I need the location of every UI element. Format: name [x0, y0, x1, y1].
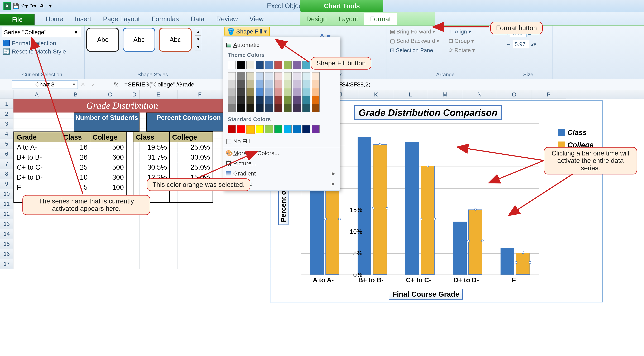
color-swatch[interactable] [274, 88, 282, 96]
row-header-1[interactable]: 1 [0, 99, 14, 109]
shape-style-3[interactable]: Abc [159, 28, 192, 52]
col-header-E[interactable]: E [140, 90, 178, 99]
qat-more-icon[interactable]: ▾ [46, 2, 54, 10]
row-header-9[interactable]: 9 [0, 179, 14, 189]
tab-insert[interactable]: Insert [69, 13, 97, 25]
style-scroll-down-icon[interactable]: ▾ [195, 36, 201, 43]
tab-review[interactable]: Review [210, 13, 244, 25]
color-swatch[interactable] [302, 88, 310, 96]
legend-item-class[interactable]: Class [558, 128, 594, 137]
color-swatch[interactable] [256, 72, 264, 80]
color-swatch[interactable] [284, 96, 292, 104]
col-header-F[interactable]: F [178, 90, 222, 99]
color-swatch[interactable] [265, 96, 273, 104]
tab-view[interactable]: View [244, 13, 270, 25]
col-header-P[interactable]: P [532, 90, 566, 99]
color-swatch[interactable] [293, 88, 301, 96]
col-header-N[interactable]: N [462, 90, 497, 99]
cell-C15[interactable] [91, 239, 129, 249]
fx-icon[interactable]: fx [109, 81, 122, 88]
color-swatch[interactable] [256, 104, 264, 112]
cell-G16[interactable] [222, 249, 257, 259]
color-swatch[interactable] [302, 125, 310, 133]
no-fill[interactable]: No Fill [223, 136, 340, 146]
reset-to-match-style-button[interactable]: 🔄Reset to Match Style [2, 47, 83, 55]
row-header-8[interactable]: 8 [0, 169, 14, 179]
cell-D13[interactable] [129, 219, 140, 229]
color-swatch[interactable] [256, 88, 264, 96]
cell-F14[interactable] [178, 229, 222, 239]
bar-college-3[interactable] [468, 210, 482, 275]
formula-input[interactable]: =SERIES("College",'Gradeibution'!$F$4:$F… [122, 81, 644, 88]
col-header-A[interactable]: A [14, 90, 60, 99]
color-swatch[interactable] [265, 104, 273, 112]
color-swatch[interactable] [237, 80, 245, 88]
row-header-17[interactable]: 17 [0, 259, 14, 269]
cell-D17[interactable] [129, 259, 140, 269]
color-swatch[interactable] [274, 96, 282, 104]
color-swatch[interactable] [293, 80, 301, 88]
color-swatch[interactable] [246, 88, 254, 96]
color-swatch[interactable] [274, 125, 282, 133]
row-header-16[interactable]: 16 [0, 249, 14, 259]
cell-F12[interactable] [178, 209, 222, 219]
cancel-formula-icon[interactable]: ✕ [81, 81, 85, 87]
shape-style-1[interactable]: Abc [86, 28, 119, 52]
bar-college-2[interactable] [421, 166, 434, 275]
color-swatch[interactable] [302, 61, 310, 69]
send-backward-button[interactable]: ▢ Send Backward ▾ [388, 36, 444, 45]
color-swatch[interactable] [274, 80, 282, 88]
cell-C16[interactable] [91, 249, 129, 259]
file-tab[interactable]: File [0, 14, 34, 25]
fill-picture[interactable]: 🖼Picture... [223, 158, 340, 168]
row-header-11[interactable]: 11 [0, 199, 14, 209]
cell-G17[interactable] [222, 259, 257, 269]
row-header-6[interactable]: 6 [0, 149, 14, 159]
color-swatch[interactable] [312, 88, 320, 96]
row-header-13[interactable]: 13 [0, 219, 14, 229]
shape-fill-button[interactable]: 🪣 Shape Fill ▾ [224, 26, 270, 36]
cell-B15[interactable] [60, 239, 91, 249]
color-swatch[interactable] [284, 61, 292, 69]
cell-A14[interactable] [14, 229, 60, 239]
cell-G15[interactable] [222, 239, 257, 249]
color-swatch[interactable] [256, 80, 264, 88]
shape-width-input[interactable]: ↔5.97"▴▾ [506, 40, 550, 48]
color-swatch[interactable] [237, 125, 245, 133]
color-swatch[interactable] [246, 104, 254, 112]
cell-F13[interactable] [178, 219, 222, 229]
cell-B16[interactable] [60, 249, 91, 259]
row-header-2[interactable]: 2 [0, 109, 14, 119]
rotate-button[interactable]: ⟳ Rotate ▾ [447, 46, 502, 54]
row-header-15[interactable]: 15 [0, 239, 14, 249]
color-swatch[interactable] [228, 125, 236, 133]
cell-D14[interactable] [129, 229, 140, 239]
color-swatch[interactable] [293, 72, 301, 80]
tab-layout[interactable]: Layout [332, 13, 364, 25]
color-swatch[interactable] [228, 61, 236, 69]
cell-G11[interactable] [222, 199, 257, 209]
name-box[interactable]: Chart 3 [12, 80, 78, 89]
color-swatch[interactable] [302, 72, 310, 80]
cell-C17[interactable] [91, 259, 129, 269]
color-swatch[interactable] [237, 104, 245, 112]
color-swatch[interactable] [237, 61, 245, 69]
shape-style-2[interactable]: Abc [122, 28, 156, 52]
cell-D16[interactable] [129, 249, 140, 259]
tab-design[interactable]: Design [300, 13, 332, 25]
color-swatch[interactable] [237, 72, 245, 80]
cell-A17[interactable] [14, 259, 60, 269]
cell-G12[interactable] [222, 209, 257, 219]
cell-E14[interactable] [140, 229, 178, 239]
select-all-corner[interactable] [0, 90, 14, 99]
cell-C14[interactable] [91, 229, 129, 239]
more-fill-colors[interactable]: 🎨More Fill Colors... [223, 148, 340, 158]
row-header-14[interactable]: 14 [0, 229, 14, 239]
color-swatch[interactable] [228, 96, 236, 104]
color-swatch[interactable] [228, 72, 236, 80]
color-swatch[interactable] [265, 80, 273, 88]
tab-format[interactable]: Format [364, 13, 397, 25]
save-icon[interactable]: 💾 [12, 2, 19, 10]
color-swatch[interactable] [302, 96, 310, 104]
color-swatch[interactable] [293, 104, 301, 112]
